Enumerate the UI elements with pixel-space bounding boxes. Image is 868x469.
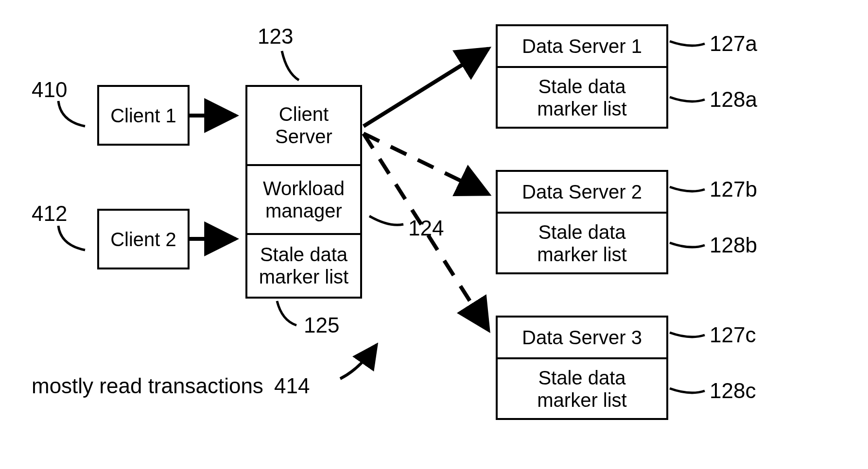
data-server-1-stale-ref: 128a (710, 87, 757, 112)
diagram-canvas: Client 1 410 Client 2 412 Client Server … (0, 0, 868, 469)
caption-ref: 414 (274, 374, 310, 398)
data-server-1-title: Data Server 1 (498, 26, 666, 68)
svg-line-2 (364, 49, 488, 126)
client-server-stale-ref: 125 (304, 313, 339, 337)
client-server-stale-cell: Stale data marker list (247, 235, 360, 297)
data-server-1-title-ref: 127a (710, 32, 757, 56)
data-server-2-box: Data Server 2 Stale data marker list (496, 170, 668, 274)
data-server-2-title-ref: 127b (710, 177, 757, 201)
data-server-3-title-ref: 127c (710, 323, 756, 347)
client-server-ref: 123 (258, 24, 293, 49)
client-2-ref: 412 (32, 201, 67, 226)
client-server-cell: Client Server (247, 87, 360, 166)
caption-text: mostly read transactions 414 (32, 374, 310, 398)
client-server-box: Client Server Workload manager Stale dat… (245, 85, 362, 299)
data-server-3-stale-ref: 128c (710, 379, 756, 403)
client-2-box: Client 2 (97, 209, 190, 269)
client-1-label: Client 1 (99, 87, 188, 144)
workload-manager-cell: Workload manager (247, 166, 360, 235)
data-server-2-stale-ref: 128b (710, 233, 757, 257)
client-1-box: Client 1 (97, 85, 190, 146)
client-1-ref: 410 (32, 78, 67, 102)
data-server-3-stale: Stale data marker list (498, 359, 666, 418)
data-server-3-title: Data Server 3 (498, 318, 666, 359)
data-server-1-box: Data Server 1 Stale data marker list (496, 24, 668, 129)
data-server-3-box: Data Server 3 Stale data marker list (496, 316, 668, 420)
data-server-2-stale: Stale data marker list (498, 214, 666, 272)
data-server-1-stale: Stale data marker list (498, 68, 666, 127)
svg-line-3 (364, 134, 488, 194)
caption-words: mostly read transactions (32, 374, 263, 398)
workload-manager-ref: 124 (408, 216, 444, 240)
data-server-2-title: Data Server 2 (498, 172, 666, 214)
client-2-label: Client 2 (99, 211, 188, 268)
